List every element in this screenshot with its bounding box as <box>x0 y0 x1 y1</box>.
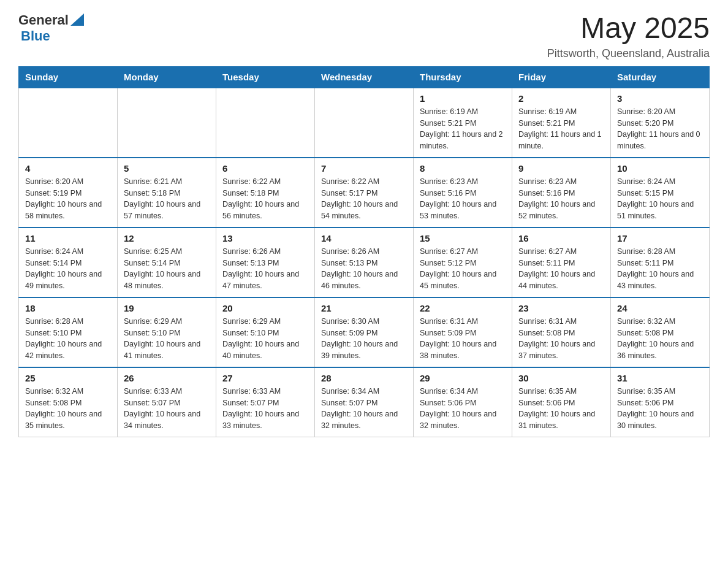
calendar-cell: 18Sunrise: 6:28 AM Sunset: 5:10 PM Dayli… <box>19 297 118 367</box>
calendar-cell: 24Sunrise: 6:32 AM Sunset: 5:08 PM Dayli… <box>611 297 710 367</box>
day-info: Sunrise: 6:31 AM Sunset: 5:09 PM Dayligh… <box>420 316 506 362</box>
calendar-cell: 14Sunrise: 6:26 AM Sunset: 5:13 PM Dayli… <box>315 228 414 297</box>
day-number: 22 <box>420 303 506 313</box>
day-number: 8 <box>420 163 506 174</box>
calendar-cell: 9Sunrise: 6:23 AM Sunset: 5:16 PM Daylig… <box>512 158 611 228</box>
day-info: Sunrise: 6:19 AM Sunset: 5:21 PM Dayligh… <box>420 106 506 152</box>
day-number: 29 <box>420 373 506 383</box>
day-info: Sunrise: 6:19 AM Sunset: 5:21 PM Dayligh… <box>518 106 604 152</box>
day-number: 24 <box>617 303 703 313</box>
logo-blue: Blue <box>21 28 50 44</box>
day-number: 3 <box>617 93 703 104</box>
day-info: Sunrise: 6:28 AM Sunset: 5:10 PM Dayligh… <box>25 316 111 362</box>
calendar-table: SundayMondayTuesdayWednesdayThursdayFrid… <box>18 66 710 437</box>
week-row-3: 11Sunrise: 6:24 AM Sunset: 5:14 PM Dayli… <box>19 228 710 297</box>
day-info: Sunrise: 6:34 AM Sunset: 5:07 PM Dayligh… <box>321 386 407 432</box>
calendar-cell: 19Sunrise: 6:29 AM Sunset: 5:10 PM Dayli… <box>118 297 216 367</box>
calendar-cell: 21Sunrise: 6:30 AM Sunset: 5:09 PM Dayli… <box>315 297 414 367</box>
calendar-cell: 6Sunrise: 6:22 AM Sunset: 5:18 PM Daylig… <box>216 158 315 228</box>
day-number: 31 <box>617 373 703 383</box>
logo: General Blue <box>18 12 84 44</box>
day-info: Sunrise: 6:24 AM Sunset: 5:14 PM Dayligh… <box>25 246 111 292</box>
day-number: 7 <box>321 163 407 174</box>
day-info: Sunrise: 6:26 AM Sunset: 5:13 PM Dayligh… <box>321 246 407 292</box>
day-number: 9 <box>518 163 604 174</box>
day-number: 14 <box>321 233 407 243</box>
month-year-title: May 2025 <box>547 12 710 45</box>
calendar-header-saturday: Saturday <box>611 66 710 88</box>
calendar-cell: 29Sunrise: 6:34 AM Sunset: 5:06 PM Dayli… <box>414 367 512 437</box>
day-number: 18 <box>25 303 111 313</box>
day-info: Sunrise: 6:22 AM Sunset: 5:17 PM Dayligh… <box>321 176 407 222</box>
day-info: Sunrise: 6:33 AM Sunset: 5:07 PM Dayligh… <box>222 386 308 432</box>
calendar-cell: 25Sunrise: 6:32 AM Sunset: 5:08 PM Dayli… <box>19 367 118 437</box>
calendar-cell: 11Sunrise: 6:24 AM Sunset: 5:14 PM Dayli… <box>19 228 118 297</box>
day-info: Sunrise: 6:32 AM Sunset: 5:08 PM Dayligh… <box>617 316 703 362</box>
logo-general: General <box>18 12 69 28</box>
day-info: Sunrise: 6:32 AM Sunset: 5:08 PM Dayligh… <box>25 386 111 432</box>
calendar-cell <box>118 88 216 158</box>
day-number: 25 <box>25 373 111 383</box>
day-info: Sunrise: 6:20 AM Sunset: 5:20 PM Dayligh… <box>617 106 703 152</box>
calendar-cell: 15Sunrise: 6:27 AM Sunset: 5:12 PM Dayli… <box>414 228 512 297</box>
day-info: Sunrise: 6:33 AM Sunset: 5:07 PM Dayligh… <box>124 386 210 432</box>
day-number: 27 <box>222 373 308 383</box>
calendar-cell: 12Sunrise: 6:25 AM Sunset: 5:14 PM Dayli… <box>118 228 216 297</box>
calendar-cell <box>315 88 414 158</box>
day-info: Sunrise: 6:28 AM Sunset: 5:11 PM Dayligh… <box>617 246 703 292</box>
calendar-cell: 22Sunrise: 6:31 AM Sunset: 5:09 PM Dayli… <box>414 297 512 367</box>
calendar-cell <box>216 88 315 158</box>
day-info: Sunrise: 6:30 AM Sunset: 5:09 PM Dayligh… <box>321 316 407 362</box>
day-info: Sunrise: 6:21 AM Sunset: 5:18 PM Dayligh… <box>124 176 210 222</box>
day-number: 21 <box>321 303 407 313</box>
week-row-2: 4Sunrise: 6:20 AM Sunset: 5:19 PM Daylig… <box>19 158 710 228</box>
day-info: Sunrise: 6:23 AM Sunset: 5:16 PM Dayligh… <box>420 176 506 222</box>
week-row-5: 25Sunrise: 6:32 AM Sunset: 5:08 PM Dayli… <box>19 367 710 437</box>
calendar-cell: 7Sunrise: 6:22 AM Sunset: 5:17 PM Daylig… <box>315 158 414 228</box>
day-info: Sunrise: 6:29 AM Sunset: 5:10 PM Dayligh… <box>124 316 210 362</box>
day-number: 13 <box>222 233 308 243</box>
day-number: 15 <box>420 233 506 243</box>
calendar-cell: 20Sunrise: 6:29 AM Sunset: 5:10 PM Dayli… <box>216 297 315 367</box>
day-info: Sunrise: 6:25 AM Sunset: 5:14 PM Dayligh… <box>124 246 210 292</box>
calendar-cell: 30Sunrise: 6:35 AM Sunset: 5:06 PM Dayli… <box>512 367 611 437</box>
calendar-cell: 13Sunrise: 6:26 AM Sunset: 5:13 PM Dayli… <box>216 228 315 297</box>
calendar-cell: 3Sunrise: 6:20 AM Sunset: 5:20 PM Daylig… <box>611 88 710 158</box>
calendar-cell: 31Sunrise: 6:35 AM Sunset: 5:06 PM Dayli… <box>611 367 710 437</box>
day-info: Sunrise: 6:27 AM Sunset: 5:12 PM Dayligh… <box>420 246 506 292</box>
calendar-cell: 5Sunrise: 6:21 AM Sunset: 5:18 PM Daylig… <box>118 158 216 228</box>
calendar-header-sunday: Sunday <box>19 66 118 88</box>
location-subtitle: Pittsworth, Queensland, Australia <box>547 47 710 60</box>
day-number: 10 <box>617 163 703 174</box>
calendar-cell: 8Sunrise: 6:23 AM Sunset: 5:16 PM Daylig… <box>414 158 512 228</box>
day-number: 5 <box>124 163 210 174</box>
day-number: 12 <box>124 233 210 243</box>
day-number: 19 <box>124 303 210 313</box>
day-info: Sunrise: 6:35 AM Sunset: 5:06 PM Dayligh… <box>518 386 604 432</box>
calendar-cell <box>19 88 118 158</box>
calendar-cell: 17Sunrise: 6:28 AM Sunset: 5:11 PM Dayli… <box>611 228 710 297</box>
day-number: 6 <box>222 163 308 174</box>
calendar-cell: 2Sunrise: 6:19 AM Sunset: 5:21 PM Daylig… <box>512 88 611 158</box>
day-number: 23 <box>518 303 604 313</box>
calendar-header-thursday: Thursday <box>414 66 512 88</box>
logo-triangle-icon <box>70 13 84 26</box>
calendar-header-row: SundayMondayTuesdayWednesdayThursdayFrid… <box>19 66 710 88</box>
day-info: Sunrise: 6:35 AM Sunset: 5:06 PM Dayligh… <box>617 386 703 432</box>
day-info: Sunrise: 6:20 AM Sunset: 5:19 PM Dayligh… <box>25 176 111 222</box>
title-area: May 2025 Pittsworth, Queensland, Austral… <box>547 12 710 60</box>
day-number: 2 <box>518 93 604 104</box>
calendar-cell: 26Sunrise: 6:33 AM Sunset: 5:07 PM Dayli… <box>118 367 216 437</box>
calendar-header-tuesday: Tuesday <box>216 66 315 88</box>
calendar-header-monday: Monday <box>118 66 216 88</box>
day-number: 11 <box>25 233 111 243</box>
svg-marker-0 <box>70 13 84 26</box>
day-info: Sunrise: 6:27 AM Sunset: 5:11 PM Dayligh… <box>518 246 604 292</box>
day-number: 28 <box>321 373 407 383</box>
calendar-cell: 4Sunrise: 6:20 AM Sunset: 5:19 PM Daylig… <box>19 158 118 228</box>
calendar-cell: 16Sunrise: 6:27 AM Sunset: 5:11 PM Dayli… <box>512 228 611 297</box>
week-row-1: 1Sunrise: 6:19 AM Sunset: 5:21 PM Daylig… <box>19 88 710 158</box>
calendar-cell: 10Sunrise: 6:24 AM Sunset: 5:15 PM Dayli… <box>611 158 710 228</box>
day-info: Sunrise: 6:31 AM Sunset: 5:08 PM Dayligh… <box>518 316 604 362</box>
calendar-header-wednesday: Wednesday <box>315 66 414 88</box>
